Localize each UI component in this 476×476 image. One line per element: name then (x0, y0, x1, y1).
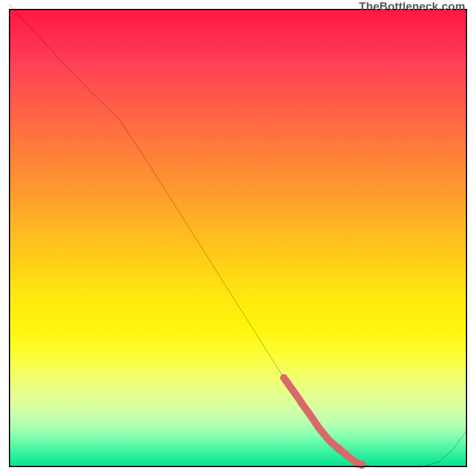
chart-container: TheBottleneck.com (0, 0, 476, 476)
highlight-dot (334, 444, 343, 453)
main-curve (9, 4, 467, 467)
highlight-dot (358, 461, 366, 469)
highlight-segment (284, 378, 366, 469)
chart-overlay (9, 9, 467, 467)
curve-line (9, 4, 467, 467)
highlight-stroke (284, 378, 362, 465)
watermark-text: TheBottleneck.com (359, 0, 465, 13)
